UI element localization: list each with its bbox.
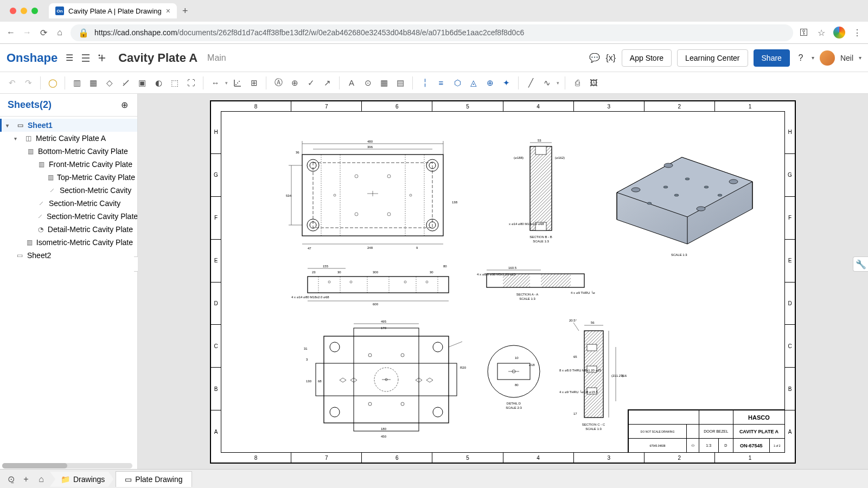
tree-bottom-view[interactable]: ▥Bottom-Metric Cavity Plate <box>0 145 137 158</box>
user-dropdown-icon[interactable]: ▾ <box>859 55 861 61</box>
datum-icon[interactable]: Ⓐ <box>272 76 285 89</box>
tree-section-1[interactable]: ⟋Section-Metric Cavity <box>0 184 137 197</box>
target-icon[interactable]: ⊕ <box>483 76 496 89</box>
redo-icon[interactable]: ↷ <box>22 76 35 89</box>
help-icon[interactable]: ? <box>795 53 806 63</box>
add-tab-icon[interactable]: + <box>20 473 33 486</box>
scrollbar[interactable] <box>2 463 132 468</box>
insert-view-icon[interactable]: ▥ <box>71 76 84 89</box>
line-icon[interactable]: ╱ <box>524 76 537 89</box>
tree-front-view[interactable]: ▥Front-Metric Cavity Plate <box>0 158 137 171</box>
section-view-icon[interactable] <box>119 76 132 89</box>
scrollbar-thumb[interactable] <box>2 463 67 468</box>
detail-view-icon[interactable]: ▣ <box>136 76 149 89</box>
onshape-logo[interactable]: Onshape <box>7 51 58 65</box>
ordinate-icon[interactable] <box>231 76 244 89</box>
broken-out-icon[interactable]: ⬚ <box>168 76 181 89</box>
search-tabs-icon[interactable]: ⊙̱ <box>4 473 17 486</box>
dim-label: 68 <box>318 380 322 383</box>
tree-metric-cavity[interactable]: ▾◫Metric Cavity Plate A <box>0 132 137 145</box>
dimension-icon[interactable]: ↔ <box>209 76 222 89</box>
dim-label: 450 <box>381 435 387 438</box>
browser-tab[interactable]: On Cavity Plate A | Plate Drawing × <box>49 3 177 18</box>
document-branch[interactable]: Main <box>207 53 226 63</box>
spline-dropdown-icon[interactable]: ▾ <box>557 80 559 86</box>
datum-target-icon[interactable]: ⊕ <box>288 76 301 89</box>
profile-icon[interactable] <box>833 27 845 38</box>
spline-icon[interactable]: ∿ <box>540 76 553 89</box>
user-avatar[interactable] <box>820 50 835 66</box>
ruler-col: 5 <box>432 101 502 111</box>
window-zoom-icon[interactable] <box>31 8 38 14</box>
tab-drawings[interactable]: 📁Drawings <box>50 472 113 487</box>
table-icon[interactable]: ▦ <box>378 76 391 89</box>
close-tab-icon[interactable]: × <box>166 7 170 15</box>
tree-section-3[interactable]: ⟋Section-Metric Cavity Plate <box>0 210 137 223</box>
title-block: HASCO DO NOT SCALE DRAWING DOOR BEZEL CA… <box>628 409 785 453</box>
undo-icon[interactable]: ↶ <box>5 76 18 89</box>
thread-icon[interactable]: ✦ <box>500 76 513 89</box>
tb-project: DOOR BEZEL <box>699 425 733 439</box>
tree-section-2[interactable]: ⟋Section-Metric Cavity <box>0 197 137 210</box>
virtual-sharp-icon[interactable]: ◬ <box>467 76 480 89</box>
hamburger-icon[interactable]: ☰ <box>64 53 75 63</box>
four-view-icon[interactable]: ▦ <box>87 76 100 89</box>
home-button[interactable]: ⌂ <box>54 27 65 38</box>
user-name[interactable]: Neil <box>840 54 853 62</box>
image-icon[interactable]: 🖼 <box>587 76 600 89</box>
share-button[interactable]: Share <box>754 49 790 67</box>
reload-button[interactable]: ⟳ <box>38 27 49 38</box>
tree-top-view[interactable]: ▥Top-Metric Cavity Plate <box>0 171 137 184</box>
dim-label: 31 <box>304 347 308 350</box>
tree-icon[interactable] <box>80 53 91 63</box>
note-icon[interactable]: A <box>345 76 358 89</box>
variables-icon[interactable]: {x} <box>605 53 616 63</box>
section-bb: 53 (⌀188) (⌀162) SECTION B - B SCALE 1:3… <box>508 127 573 247</box>
dimension-dropdown-icon[interactable]: ▾ <box>225 80 228 86</box>
center-pattern-icon[interactable]: ⬡ <box>451 76 464 89</box>
bookmark-icon[interactable]: ☆ <box>816 27 827 38</box>
tree-sheet1[interactable]: ▾▭Sheet1 <box>0 119 137 132</box>
help-dropdown-icon[interactable]: ▾ <box>812 55 814 61</box>
drawing-sheet[interactable]: 87654321 87654321 HGFEDCBA HGFEDCBA <box>210 100 796 464</box>
home-tab-icon[interactable]: ⌂ <box>35 473 48 486</box>
crop-view-icon[interactable]: ⛶ <box>184 76 197 89</box>
app-store-button[interactable]: App Store <box>622 49 672 67</box>
weld-icon[interactable]: ↗ <box>321 76 334 89</box>
window-minimize-icon[interactable] <box>21 8 27 14</box>
key-icon[interactable]: ⚿ <box>799 27 809 38</box>
sidebar: Sheets(2) ⊕ ▾▭Sheet1 ▾◫Metric Cavity Pla… <box>0 94 138 469</box>
auxiliary-view-icon[interactable]: ◇ <box>103 76 116 89</box>
sheet-icon[interactable]: ◯ <box>46 76 59 89</box>
tree-detail-view[interactable]: ◔Detail-Metric Cavity Plate <box>0 223 137 236</box>
svg-rect-94 <box>587 344 597 351</box>
insert-icon[interactable] <box>97 53 107 63</box>
centerline-icon[interactable]: ╎ <box>418 76 431 89</box>
menu-icon[interactable]: ⋮ <box>852 27 863 38</box>
callout-icon[interactable]: ⊙ <box>361 76 374 89</box>
checkmark-icon[interactable]: ✓ <box>304 76 317 89</box>
dxf-export-icon[interactable]: ⎙ <box>571 76 584 89</box>
add-sheet-icon[interactable]: ⊕ <box>119 100 130 111</box>
forward-button[interactable]: → <box>22 27 33 38</box>
window-close-icon[interactable] <box>10 8 16 14</box>
properties-toggle-icon[interactable]: 🔧 <box>853 256 868 272</box>
back-button[interactable]: ← <box>5 27 16 38</box>
new-tab-button[interactable]: + <box>182 5 188 17</box>
svg-point-49 <box>663 186 668 188</box>
hole-table-icon[interactable]: ▤ <box>394 76 407 89</box>
svg-point-81 <box>368 402 372 406</box>
break-view-icon[interactable]: ◐ <box>152 76 165 89</box>
learning-center-button[interactable]: Learning Center <box>677 49 748 67</box>
ruler-row: F <box>785 196 795 239</box>
centermark-icon[interactable]: ≡ <box>435 76 448 89</box>
comment-icon[interactable]: 💬 <box>589 53 600 63</box>
url-bar[interactable]: 🔒 https://cad.onshape.com/documents/262f… <box>71 24 793 41</box>
ruler-row: A <box>785 410 795 453</box>
tree-isometric[interactable]: ▥Isometric-Metric Cavity Plate <box>0 236 137 249</box>
tab-plate-drawing[interactable]: ▭Plate Drawing <box>116 471 192 487</box>
canvas[interactable]: 🔧 87654321 87654321 HGFEDCBA HGFEDCBA <box>138 94 868 469</box>
gdt-icon[interactable]: ⊞ <box>247 76 260 89</box>
document-title[interactable]: Cavity Plate A <box>118 51 197 65</box>
tree-sheet2[interactable]: ▭Sheet2 <box>0 249 137 262</box>
